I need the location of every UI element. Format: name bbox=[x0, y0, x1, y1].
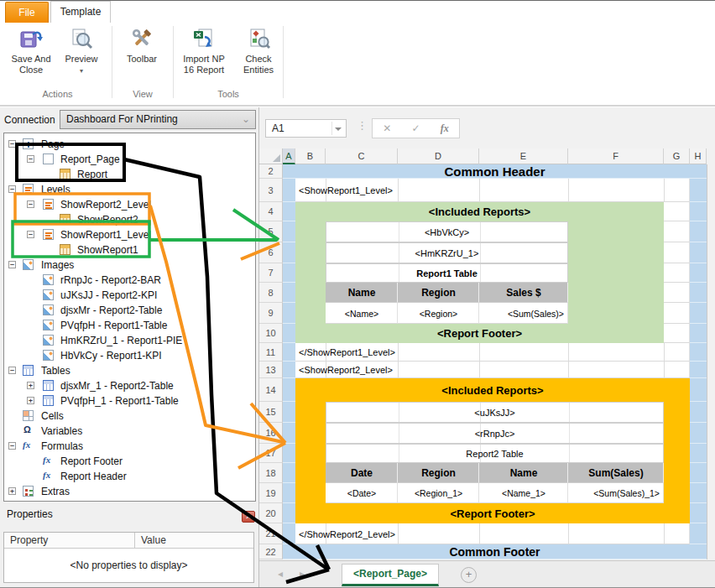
cell-header-date[interactable]: Date bbox=[326, 463, 398, 483]
minus-box-icon[interactable]: − bbox=[8, 140, 16, 148]
column-header-g[interactable]: G bbox=[664, 148, 690, 164]
cell-header-region2[interactable]: Region bbox=[398, 463, 479, 483]
cell-name-box[interactable]: A1 bbox=[265, 119, 347, 138]
cell-header-name[interactable]: Name bbox=[326, 283, 398, 303]
tree-item-showreport1-level[interactable]: − ShowReport1_Level bbox=[4, 227, 255, 242]
row-header[interactable]: 17 bbox=[259, 444, 283, 463]
tree-item-report[interactable]: Report bbox=[4, 167, 255, 182]
row-header[interactable]: 5 bbox=[259, 221, 283, 242]
row-header[interactable]: 3 bbox=[259, 179, 283, 202]
row-header[interactable]: 15 bbox=[259, 402, 283, 423]
row-header[interactable]: 19 bbox=[259, 483, 283, 503]
minus-box-icon[interactable]: − bbox=[27, 200, 34, 208]
save-and-close-button[interactable]: Save And Close bbox=[7, 25, 55, 75]
plus-box-icon[interactable]: + bbox=[27, 397, 34, 404]
row-header[interactable]: 6 bbox=[259, 242, 283, 263]
tree-item-image-rrnpjc[interactable]: rRnpJc - Report2-BAR bbox=[4, 273, 255, 288]
cell-header-sales[interactable]: Sales $ bbox=[479, 283, 568, 303]
cell-report-footer-2[interactable]: <Report Footer> bbox=[295, 503, 690, 523]
column-header-f[interactable]: F bbox=[568, 148, 664, 164]
minus-box-icon[interactable]: − bbox=[8, 367, 16, 374]
tree-item-variables[interactable]: Ω Variables bbox=[4, 424, 255, 439]
tree-item-table-djsxmr1[interactable]: + djsxMr_1 - Report2-Table bbox=[4, 378, 255, 393]
tree-item-showreport1[interactable]: ShowReport1 bbox=[4, 242, 255, 258]
cell-header-region[interactable]: Region bbox=[398, 283, 479, 303]
row-header[interactable]: 18 bbox=[259, 463, 283, 483]
properties-column-property[interactable]: Property bbox=[4, 533, 135, 548]
tab-template[interactable]: Template bbox=[50, 1, 111, 23]
properties-close-icon[interactable]: ✕ bbox=[242, 511, 255, 523]
toolbar-button[interactable]: Toolbar bbox=[117, 25, 166, 65]
import-np16-report-button[interactable]: Import NP 16 Report bbox=[178, 25, 230, 75]
cell-hmkrzru[interactable]: <HmKRZrU_1> bbox=[326, 242, 568, 263]
tree-item-images[interactable]: − Images bbox=[4, 258, 255, 273]
row-header[interactable]: 14 bbox=[259, 378, 283, 402]
cell-report2-table-title[interactable]: Report2 Table bbox=[326, 444, 664, 463]
tree-item-cells[interactable]: Cells bbox=[4, 408, 255, 424]
column-header-d[interactable]: D bbox=[398, 148, 479, 164]
tree-item-tables[interactable]: − Tables bbox=[4, 363, 255, 378]
row-header[interactable]: 7 bbox=[259, 263, 283, 283]
minus-box-icon[interactable]: − bbox=[27, 231, 34, 238]
tree-item-levels[interactable]: − Levels bbox=[4, 182, 255, 197]
sheet-tab-report-page[interactable]: <Report_Page> bbox=[342, 564, 439, 586]
name-box-caret-icon[interactable] bbox=[335, 127, 342, 131]
cell-report-footer-1[interactable]: <Report Footer> bbox=[295, 324, 664, 343]
preview-dropdown-caret-icon[interactable]: ▾ bbox=[80, 68, 83, 75]
minus-box-icon[interactable]: − bbox=[27, 155, 34, 163]
row-header[interactable]: 9 bbox=[259, 303, 283, 324]
sheet-prev-icon[interactable]: ◂ bbox=[278, 568, 283, 580]
insert-function-icon[interactable]: fx bbox=[441, 122, 449, 135]
tree-item-report-page[interactable]: − Report_Page bbox=[4, 152, 255, 167]
tree-item-extras[interactable]: + Extras bbox=[4, 484, 255, 499]
cell-hbvkcy[interactable]: <HbVkCy> bbox=[326, 221, 568, 242]
cell-showreport1-level-open[interactable]: <ShowReport1_Level> bbox=[295, 179, 690, 202]
connection-dropdown[interactable]: Dashboard For NPrinting ⌄ bbox=[60, 110, 256, 129]
cell-name-tag[interactable]: <Name> bbox=[326, 303, 398, 324]
row-header[interactable]: 2 bbox=[259, 164, 283, 179]
tree-item-image-hmkrzru[interactable]: HmKRZrU_1 - Report1-PIE bbox=[4, 333, 255, 348]
cell-header-name2[interactable]: Name bbox=[479, 463, 568, 483]
enter-icon[interactable]: ✓ bbox=[411, 122, 420, 134]
plus-box-icon[interactable]: + bbox=[8, 487, 16, 495]
preview-button[interactable]: Preview ▾ bbox=[59, 25, 104, 75]
tree-item-showreport2[interactable]: ShowReport2 bbox=[4, 212, 255, 227]
tree-item-page[interactable]: − Page bbox=[4, 137, 255, 152]
plus-box-icon[interactable]: + bbox=[27, 382, 34, 389]
row-header[interactable]: 13 bbox=[259, 362, 283, 378]
cell-region1-tag[interactable]: <Region_1> bbox=[398, 483, 479, 503]
tree-item-image-djsxmr[interactable]: djsxMr - Report2-Table bbox=[4, 303, 255, 318]
tree-item-image-hbvkcy[interactable]: HbVkCy - Report1-KPI bbox=[4, 348, 255, 363]
row-header[interactable]: 10 bbox=[259, 324, 283, 343]
minus-box-icon[interactable]: − bbox=[8, 261, 16, 268]
tree-item-report-footer[interactable]: fx Report Footer bbox=[4, 454, 255, 469]
minus-box-icon[interactable]: − bbox=[8, 442, 16, 450]
row-header[interactable]: 16 bbox=[259, 423, 283, 444]
row-header[interactable]: 4 bbox=[259, 202, 283, 221]
cell-date-tag[interactable]: <Date> bbox=[326, 483, 398, 503]
cancel-icon[interactable]: ✕ bbox=[383, 122, 391, 134]
column-header-h[interactable]: H bbox=[690, 148, 707, 164]
cell-included-reports-1[interactable]: <Included Reports> bbox=[295, 202, 664, 221]
column-header-c[interactable]: C bbox=[326, 148, 398, 164]
cell-ujksjj[interactable]: <uJKsJJ> bbox=[326, 402, 664, 423]
tree-item-report-header[interactable]: fx Report Header bbox=[4, 469, 255, 484]
tab-file[interactable]: File bbox=[5, 2, 49, 23]
tree-item-image-pvqfph[interactable]: PVqfpH - Report1-Table bbox=[4, 318, 255, 333]
cell-report1-table-title[interactable]: Report1 Table bbox=[326, 263, 568, 283]
cell-included-reports-2[interactable]: <Included Reports> bbox=[295, 378, 690, 402]
row-header[interactable]: 22 bbox=[259, 544, 283, 559]
cell-name1-tag[interactable]: <Name_1> bbox=[479, 483, 568, 503]
tree-item-showreport2-level[interactable]: − ShowReport2_Level bbox=[4, 197, 255, 212]
minus-box-icon[interactable]: − bbox=[8, 185, 16, 193]
cell-region-tag[interactable]: <Region> bbox=[398, 303, 479, 324]
cell-sumsales1-tag[interactable]: <Sum(Sales)_1> bbox=[568, 483, 664, 503]
cell-rrnpjc[interactable]: <rRnpJc> bbox=[326, 423, 664, 444]
cell-sum-sales-tag[interactable]: <Sum(Sales)> bbox=[479, 303, 568, 324]
column-header-b[interactable]: B bbox=[295, 148, 326, 164]
cell-common-header[interactable]: Common Header bbox=[283, 164, 707, 179]
cell-showreport2-level-close[interactable]: </ShowReport2_Level> bbox=[295, 523, 690, 544]
row-header[interactable]: 8 bbox=[259, 283, 283, 303]
cell-showreport2-level-open[interactable]: <ShowReport2_Level> bbox=[295, 362, 690, 378]
row-header[interactable]: 20 bbox=[259, 503, 283, 523]
